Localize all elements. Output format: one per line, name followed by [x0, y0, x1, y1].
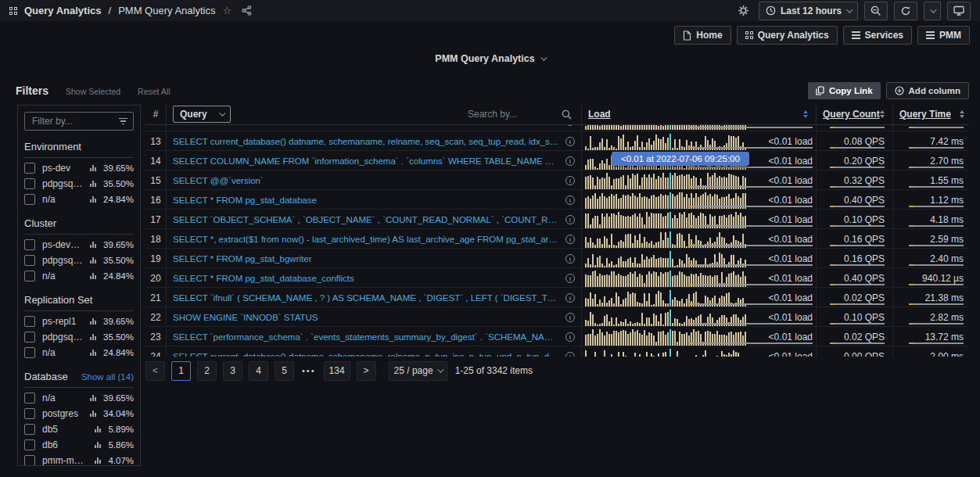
filter-checkbox[interactable]: [24, 424, 35, 435]
query-count-bar: [830, 245, 885, 246]
filter-checkbox[interactable]: [24, 194, 35, 205]
filter-checkbox[interactable]: [24, 347, 35, 358]
add-column-button[interactable]: Add column: [886, 82, 969, 99]
next-page-button[interactable]: >: [357, 361, 376, 381]
filter-item[interactable]: ps-repl1 39.65%: [24, 314, 134, 329]
query-time-value: 13.72 ms: [925, 332, 964, 343]
prev-page-button[interactable]: <: [145, 361, 165, 381]
info-icon[interactable]: [565, 254, 575, 264]
query-link[interactable]: SHOW ENGINE `INNODB` STATUS: [173, 313, 559, 322]
info-icon[interactable]: [565, 293, 575, 303]
show-all-link[interactable]: Show all (14): [81, 372, 134, 382]
query-link[interactable]: SELECT * FROM pg_stat_database_conflicts: [173, 274, 559, 283]
refresh-button[interactable]: [894, 2, 917, 20]
page-button[interactable]: 1: [171, 361, 191, 381]
filter-item[interactable]: pmm-managed 4.07%: [24, 453, 134, 466]
filter-item[interactable]: n/a 24.84%: [24, 192, 134, 207]
filter-item-percent: 24.84%: [103, 195, 134, 204]
page-button[interactable]: 2: [197, 361, 217, 381]
query-link[interactable]: SELECT COLUMN_NAME FROM `information_sch…: [173, 156, 559, 166]
query-link[interactable]: SELECT current_database() datname, schem…: [173, 137, 559, 146]
query-count-bar: [830, 147, 885, 149]
page-button[interactable]: 4: [249, 361, 268, 381]
load-cell: <0.01 load: [582, 327, 817, 346]
query-link[interactable]: SELECT *, extract($1 from now() - last_a…: [173, 235, 559, 244]
info-icon[interactable]: [565, 352, 575, 357]
last-page-button[interactable]: 134: [324, 361, 350, 381]
filter-checkbox[interactable]: [24, 332, 35, 343]
info-icon[interactable]: [565, 156, 575, 166]
table-row: 23 SELECT `performance_schema` . `events…: [145, 327, 969, 346]
page-button[interactable]: 5: [275, 361, 294, 381]
query-link[interactable]: SELECT @@`version`: [173, 176, 559, 185]
query-link[interactable]: SELECT * FROM pg_stat_bgwriter: [173, 254, 559, 264]
sort-arrows-query-time[interactable]: [960, 110, 964, 118]
filter-checkbox[interactable]: [24, 455, 35, 466]
filter-checkbox[interactable]: [24, 316, 35, 327]
search-icon[interactable]: [558, 109, 575, 120]
filter-checkbox[interactable]: [24, 271, 35, 282]
copy-link-button[interactable]: Copy Link: [808, 82, 881, 99]
query-link[interactable]: SELECT current_database() datname, schem…: [173, 352, 559, 357]
info-icon[interactable]: [565, 195, 575, 205]
filter-checkbox[interactable]: [24, 178, 35, 189]
filter-checkbox[interactable]: [24, 239, 35, 250]
sort-by-load[interactable]: Load: [588, 109, 611, 120]
filter-item[interactable]: pdpgsql-repl1 35.50%: [24, 329, 134, 345]
sort-arrows-load[interactable]: [803, 110, 808, 118]
filter-item[interactable]: n/a 24.84%: [24, 268, 134, 284]
sort-by-query-count[interactable]: Query Count: [823, 109, 880, 120]
filter-item[interactable]: ps-dev 39.65%: [24, 160, 134, 176]
info-icon[interactable]: [565, 215, 575, 224]
info-icon[interactable]: [565, 274, 575, 283]
page-button[interactable]: 3: [223, 361, 242, 381]
info-icon[interactable]: [565, 176, 575, 185]
info-icon[interactable]: [565, 125, 575, 126]
filter-item[interactable]: pdpgsql-dev 35.50%: [24, 176, 134, 192]
filter-checkbox[interactable]: [24, 393, 35, 403]
query-link[interactable]: SELECT `ifnull` ( SCHEMA_NAME , ? ) AS S…: [173, 293, 559, 303]
filter-checkbox[interactable]: [24, 439, 35, 450]
filter-item[interactable]: db6 5.86%: [24, 437, 134, 453]
gear-icon[interactable]: [734, 2, 752, 20]
query-column-dropdown[interactable]: Query: [173, 106, 231, 123]
query-time-value: 2.00 ms: [930, 351, 964, 357]
zoom-out-button[interactable]: [864, 2, 888, 20]
info-icon[interactable]: [565, 332, 575, 342]
filter-item[interactable]: n/a 39.65%: [24, 390, 134, 406]
query-link[interactable]: SELECT * FROM pg_stat_database: [173, 195, 559, 205]
nav-button-services[interactable]: Services: [843, 26, 912, 45]
nav-button-pmm[interactable]: PMM: [917, 26, 970, 45]
apps-grid-icon[interactable]: [9, 2, 17, 20]
info-icon[interactable]: [565, 235, 575, 244]
filter-checkbox[interactable]: [24, 408, 35, 419]
filter-search-box[interactable]: [24, 112, 134, 131]
panel-title-toggle[interactable]: PMM Query Analytics: [0, 53, 980, 64]
info-icon[interactable]: [565, 313, 575, 322]
kiosk-mode-button[interactable]: [947, 2, 971, 20]
page-size-select[interactable]: 25 / page: [389, 361, 447, 381]
show-selected-link[interactable]: Show Selected: [66, 87, 120, 96]
sort-by-query-time[interactable]: Query Time: [899, 109, 951, 120]
filter-checkbox[interactable]: [24, 163, 35, 174]
nav-button-query-analytics[interactable]: Query Analytics: [737, 26, 838, 45]
filter-item[interactable]: n/a 24.84%: [24, 345, 134, 360]
query-link[interactable]: SELECT `OBJECT_SCHEMA` , `OBJECT_NAME` ,…: [173, 215, 559, 224]
filter-item[interactable]: pdpgsql-dev-c... 35.50%: [24, 253, 134, 268]
refresh-interval-dropdown[interactable]: [924, 2, 941, 20]
time-range-picker[interactable]: Last 12 hours: [759, 2, 858, 20]
query-link[interactable]: SELECT `performance_schema` . `events_st…: [173, 332, 559, 342]
filter-checkbox[interactable]: [24, 255, 35, 266]
info-icon[interactable]: [565, 137, 575, 146]
favorite-star-icon[interactable]: ☆: [222, 5, 232, 16]
filter-item[interactable]: postgres 34.04%: [24, 406, 134, 421]
breadcrumb-page[interactable]: PMM Query Analytics: [118, 5, 215, 16]
nav-button-home[interactable]: Home: [674, 26, 731, 45]
filter-item[interactable]: ps-dev-cluster 39.65%: [24, 237, 134, 253]
sort-arrows-query-count[interactable]: [880, 110, 885, 118]
search-input[interactable]: [466, 108, 554, 120]
share-icon[interactable]: [239, 2, 255, 20]
filter-search-input[interactable]: [31, 115, 116, 127]
breadcrumb-section[interactable]: Query Analytics: [24, 5, 102, 16]
filter-item[interactable]: db5 5.89%: [24, 421, 134, 437]
